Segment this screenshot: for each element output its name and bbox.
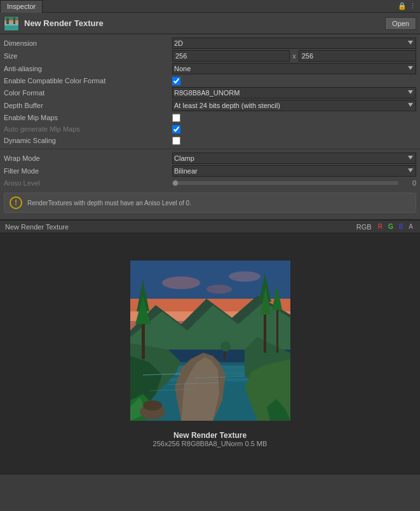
channel-a-button[interactable]: A <box>407 222 415 231</box>
size-value: x <box>172 50 416 62</box>
color-format-row: Color Format R8G8B8A8_UNORM <box>0 86 420 99</box>
size-separator: x <box>292 52 296 60</box>
svg-point-36 <box>143 400 162 411</box>
warning-box: ! RenderTextures with depth must have an… <box>4 193 416 213</box>
svg-point-37 <box>162 276 200 289</box>
antialiasing-row: Anti-aliasing None <box>0 62 420 75</box>
tab-icons: 🔒 ⋮ <box>398 2 420 10</box>
filter-mode-value: Bilinear <box>172 165 416 177</box>
svg-rect-5 <box>13 17 15 24</box>
preview-info: New Render Texture 256x256 R8G8B8A8_UNor… <box>153 431 268 447</box>
aniso-level-value: 0 <box>172 179 416 187</box>
size-label: Size <box>4 52 172 60</box>
enable-compatible-color-format-checkbox[interactable] <box>172 77 180 85</box>
svg-point-38 <box>229 271 261 282</box>
enable-mip-maps-checkbox[interactable] <box>172 114 180 122</box>
enable-compatible-color-format-label: Enable Compatible Color Format <box>4 77 172 85</box>
wrap-mode-value: Clamp <box>172 153 416 164</box>
aniso-slider-thumb <box>172 180 179 186</box>
wrap-mode-label: Wrap Mode <box>4 154 172 162</box>
wrap-mode-select[interactable]: Clamp <box>172 153 416 164</box>
svg-rect-42 <box>224 351 226 359</box>
dynamic-scaling-checkbox[interactable] <box>172 137 180 145</box>
tab-bar: Inspector 🔒 ⋮ <box>0 0 420 13</box>
aniso-value-text: 0 <box>403 179 416 187</box>
preview-area: New Render Texture 256x256 R8G8B8A8_UNor… <box>0 233 420 475</box>
inspector-header: New Render Texture Open <box>0 13 420 34</box>
inspector-tab-label: Inspector <box>7 3 36 10</box>
auto-generate-mip-maps-row: Auto generate Mip Maps <box>0 123 420 135</box>
enable-compatible-color-format-value <box>172 77 416 85</box>
channel-g-button[interactable]: G <box>386 222 395 231</box>
channel-label: RGB <box>356 223 372 231</box>
size-width-input[interactable] <box>172 50 290 62</box>
auto-generate-mip-maps-label: Auto generate Mip Maps <box>4 125 172 133</box>
size-row: Size x <box>0 50 420 62</box>
lock-icon[interactable]: 🔒 <box>398 2 407 10</box>
enable-mip-maps-row: Enable Mip Maps <box>0 112 420 123</box>
antialiasing-select[interactable]: None <box>172 63 416 74</box>
dimension-label: Dimension <box>4 39 172 47</box>
channel-r-button[interactable]: R <box>376 222 384 231</box>
filter-mode-row: Filter Mode Bilinear <box>0 165 420 177</box>
svg-rect-30 <box>276 308 278 353</box>
aniso-slider[interactable] <box>172 181 398 185</box>
enable-mip-maps-label: Enable Mip Maps <box>4 114 172 121</box>
preview-title: New Render Texture <box>5 223 356 231</box>
svg-rect-4 <box>6 18 9 24</box>
texture-svg <box>130 261 290 421</box>
dynamic-scaling-row: Dynamic Scaling <box>0 135 420 146</box>
divider-1 <box>0 149 420 149</box>
channel-b-button[interactable]: B <box>397 222 405 231</box>
preview-header: New Render Texture RGB R G B A <box>0 219 420 233</box>
auto-generate-mip-maps-checkbox[interactable] <box>172 125 180 133</box>
wrap-mode-row: Wrap Mode Clamp <box>0 152 420 165</box>
svg-point-39 <box>207 285 232 294</box>
filter-mode-label: Filter Mode <box>4 167 172 175</box>
inspector-tab[interactable]: Inspector <box>0 0 43 13</box>
aniso-level-row: Aniso Level 0 <box>0 177 420 189</box>
preview-info-details: 256x256 R8G8B8A8_UNorm 0.5 MB <box>153 440 268 447</box>
filter-mode-select[interactable]: Bilinear <box>172 165 416 177</box>
open-button[interactable]: Open <box>385 17 416 30</box>
inspector-body: Dimension 2D Size x Anti-aliasing None E… <box>0 34 420 219</box>
color-format-select[interactable]: R8G8B8A8_UNORM <box>172 87 416 99</box>
depth-buffer-select[interactable]: At least 24 bits depth (with stencil) <box>172 100 416 111</box>
color-format-label: Color Format <box>4 89 172 97</box>
enable-mip-maps-value <box>172 114 416 122</box>
warning-text: RenderTextures with depth must have an A… <box>27 200 191 207</box>
svg-point-40 <box>220 341 231 351</box>
aniso-level-label: Aniso Level <box>4 179 172 187</box>
size-height-input[interactable] <box>299 50 416 62</box>
antialiasing-value: None <box>172 63 416 74</box>
dimension-value: 2D <box>172 37 416 49</box>
dynamic-scaling-label: Dynamic Scaling <box>4 137 172 144</box>
antialiasing-label: Anti-aliasing <box>4 65 172 72</box>
dimension-select[interactable]: 2D <box>172 37 416 49</box>
preview-channels: RGB R G B A <box>356 222 415 231</box>
enable-compatible-color-format-row: Enable Compatible Color Format <box>0 75 420 86</box>
svg-point-41 <box>231 338 239 346</box>
asset-title: New Render Texture <box>24 18 385 28</box>
depth-buffer-value: At least 24 bits depth (with stencil) <box>172 100 416 111</box>
color-format-value: R8G8B8A8_UNORM <box>172 87 416 99</box>
asset-icon <box>4 16 19 31</box>
depth-buffer-label: Depth Buffer <box>4 102 172 109</box>
preview-info-name: New Render Texture <box>153 431 268 440</box>
auto-generate-mip-maps-value <box>172 125 416 133</box>
warning-icon: ! <box>10 196 22 209</box>
more-icon[interactable]: ⋮ <box>409 2 416 10</box>
dynamic-scaling-value <box>172 137 416 145</box>
depth-buffer-row: Depth Buffer At least 24 bits depth (wit… <box>0 99 420 112</box>
dimension-row: Dimension 2D <box>0 37 420 50</box>
texture-preview <box>130 261 290 421</box>
